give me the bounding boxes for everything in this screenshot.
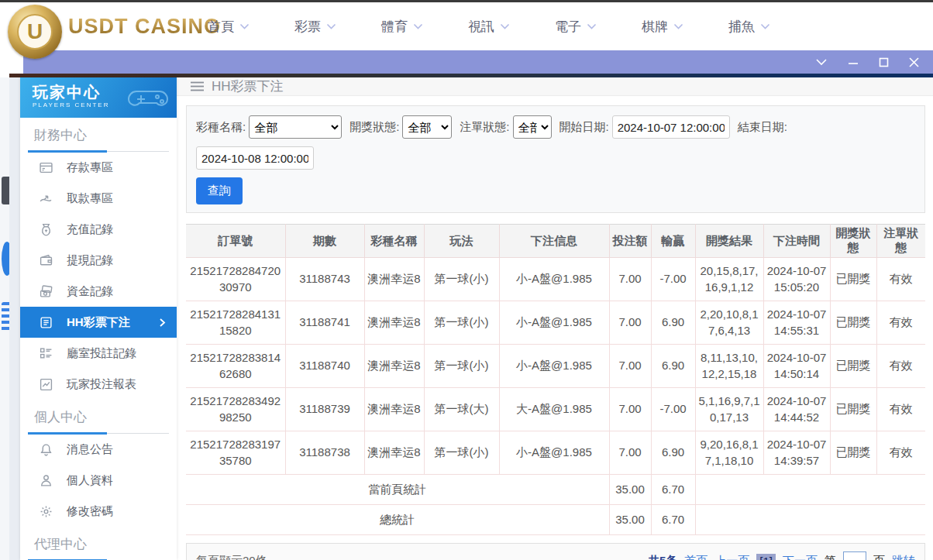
- column-header: 訂單號: [186, 225, 285, 258]
- table-cell: 已開獎: [830, 345, 876, 388]
- hamburger-icon[interactable]: [191, 81, 204, 91]
- table-cell: 2,20,10,8,17,6,4,13: [695, 301, 763, 345]
- sidebar-item[interactable]: 資金記錄: [20, 276, 177, 307]
- start-date-label: 開始日期:: [559, 120, 609, 135]
- sidebar-section-title: 代理中心: [28, 527, 169, 560]
- table-cell: 2152172828381462680: [186, 345, 285, 388]
- table-row: 215217282847203097031188743澳洲幸运8第一球(小)小-…: [186, 258, 925, 301]
- jump-link[interactable]: 跳转: [892, 554, 915, 560]
- table-cell: 第一球(小): [424, 431, 499, 475]
- column-header: 輸贏: [651, 225, 695, 258]
- sidebar-item-label: 修改密碼: [67, 504, 113, 519]
- table-cell: 已開獎: [830, 388, 876, 431]
- table-row: 215217282838146268031188740澳洲幸运8第一球(小)小-…: [186, 345, 925, 388]
- sidebar-item-label: 玩家投注報表: [67, 377, 136, 392]
- table-cell: 2024-10-07 14:50:14: [763, 345, 830, 388]
- table-cell: 有效: [876, 345, 925, 388]
- next-page-link[interactable]: 下一页: [783, 554, 818, 560]
- sidebar-item-label: HH彩票下注: [67, 315, 130, 330]
- order-status-select[interactable]: 全部: [513, 115, 552, 139]
- lottery-name-select[interactable]: 全部: [249, 115, 342, 139]
- table-cell: 6.90: [651, 431, 695, 475]
- sidebar-item[interactable]: 修改密碼: [20, 496, 177, 527]
- summary-win-total: 6.70: [651, 475, 695, 505]
- summary-label: 當前頁統計: [186, 475, 609, 505]
- page-left-sliver: [0, 77, 9, 560]
- summary-empty-cell: [695, 475, 925, 505]
- end-date-input[interactable]: [196, 146, 314, 170]
- nav-item-7[interactable]: 捕魚: [728, 18, 770, 36]
- nav-item-5[interactable]: 電子: [555, 18, 597, 36]
- person-icon: [39, 473, 53, 487]
- table-cell: 5,1,16,9,7,10,17,13: [695, 388, 763, 431]
- table-cell: 有效: [876, 431, 925, 475]
- sidebar-item[interactable]: 玩家投注報表: [20, 369, 177, 400]
- column-header: 開獎狀態: [830, 225, 876, 258]
- cutoff-widget-icon: [2, 302, 9, 333]
- sidebar-section-title: 財務中心: [28, 118, 169, 152]
- sidebar-item[interactable]: 個人資料: [20, 465, 177, 496]
- sidebar-sections: 財務中心存款專區取款專區充值記錄提現記錄資金記錄HH彩票下注廳室投註記錄玩家投注…: [20, 118, 177, 560]
- sidebar-item[interactable]: 提現記錄: [20, 245, 177, 276]
- funds-record-icon: [39, 284, 53, 298]
- summary-label: 總統計: [186, 505, 609, 535]
- table-cell: 第一球(小): [424, 301, 499, 345]
- summary-win-total: 6.70: [651, 505, 695, 535]
- sidebar-item[interactable]: 存款專區: [20, 152, 177, 183]
- summary-row: 當前頁統計35.006.70: [186, 475, 925, 505]
- page-number-input[interactable]: [843, 551, 866, 560]
- table-cell: 20,15,8,17,16,9,1,12: [695, 258, 763, 301]
- nav-item-label: 棋牌: [642, 18, 668, 36]
- sidebar-item[interactable]: 消息公告: [20, 434, 177, 465]
- nav-item-3[interactable]: 體育: [381, 18, 423, 36]
- nav-item-label: 體育: [381, 18, 408, 36]
- table-cell: 澳洲幸运8: [364, 431, 424, 475]
- lottery-bet-icon: [39, 315, 53, 329]
- table-cell: 已開獎: [830, 431, 876, 475]
- table-cell: 2152172828413115820: [186, 301, 285, 345]
- prev-page-link[interactable]: 上一页: [714, 554, 749, 560]
- start-date-input[interactable]: [612, 115, 730, 139]
- column-header: 注單狀態: [876, 225, 925, 258]
- sidebar-item[interactable]: 取款專區: [20, 183, 177, 214]
- sidebar-section-title: 個人中心: [28, 400, 169, 434]
- sidebar-item[interactable]: 廳室投註記錄: [20, 338, 177, 369]
- table-cell: -7.00: [651, 388, 695, 431]
- cutoff-widget-icon: [2, 177, 9, 204]
- site-logo[interactable]: U USDT CASINO: [8, 0, 186, 59]
- table-cell: 澳洲幸运8: [364, 301, 424, 345]
- table-cell: 澳洲幸运8: [364, 345, 424, 388]
- chevron-down-icon[interactable]: [815, 58, 828, 66]
- nav-item-2[interactable]: 彩票: [294, 18, 336, 36]
- table-cell: 有效: [876, 388, 925, 431]
- table-cell: 小-A盤@1.985: [499, 301, 609, 345]
- nav-item-4[interactable]: 視訊: [468, 18, 510, 36]
- table-row: 215217282831973578031188738澳洲幸运8第一球(小)小-…: [186, 431, 925, 475]
- order-status-label: 注單狀態:: [460, 120, 509, 135]
- nav-item-6[interactable]: 棋牌: [642, 18, 683, 36]
- lottery-name-label: 彩種名稱:: [196, 120, 246, 135]
- table-cell: 2024-10-07 15:05:20: [763, 258, 830, 301]
- first-page-link[interactable]: 首页: [684, 554, 707, 560]
- column-header: 投注額: [609, 225, 651, 258]
- sidebar-item[interactable]: HH彩票下注: [20, 307, 177, 338]
- cashout-record-icon: [39, 253, 53, 267]
- table-cell: 31188738: [285, 431, 364, 475]
- query-button[interactable]: 查詢: [196, 177, 243, 204]
- report-icon: [39, 377, 53, 391]
- breadcrumb: HH彩票下注: [177, 77, 933, 96]
- table-cell: 2152172828472030970: [186, 258, 285, 301]
- maximize-icon[interactable]: [879, 57, 889, 67]
- summary-row: 總統計35.006.70: [186, 505, 925, 535]
- sidebar-item-label: 個人資料: [67, 473, 113, 488]
- nav-item-1[interactable]: 首頁: [208, 18, 250, 36]
- per-page-text: 每頁顯示20條: [196, 554, 267, 560]
- table-cell: 小-A盤@1.985: [499, 345, 609, 388]
- draw-status-select[interactable]: 全部: [402, 115, 452, 139]
- sidebar-item[interactable]: 充值記錄: [20, 214, 177, 245]
- logo-letter: U: [17, 14, 53, 50]
- minimize-icon[interactable]: [848, 58, 859, 66]
- table-cell: 31188743: [285, 258, 364, 301]
- close-icon[interactable]: [909, 57, 919, 67]
- table-cell: 小-A盤@1.985: [499, 258, 609, 301]
